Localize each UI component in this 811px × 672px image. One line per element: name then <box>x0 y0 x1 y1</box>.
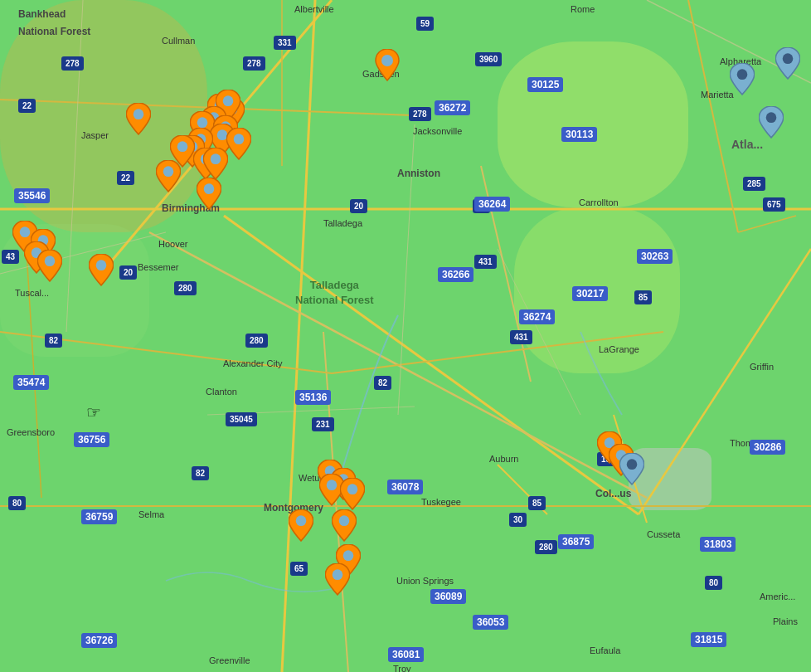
hwy-280-1: 280 <box>174 281 197 295</box>
marker-col-3[interactable] <box>619 453 644 489</box>
svg-point-42 <box>737 69 748 80</box>
hwy-278-m: 278 <box>243 56 265 71</box>
zip-31803: 31803 <box>700 537 736 552</box>
zip-31815: 31815 <box>691 632 726 647</box>
hwy-82-3: 82 <box>374 376 391 390</box>
marker-bhm-15[interactable] <box>126 103 151 139</box>
zip-35136: 35136 <box>295 390 331 405</box>
hwy-80-3: 80 <box>705 576 722 590</box>
svg-point-41 <box>783 53 794 64</box>
zip-36759: 36759 <box>81 509 117 524</box>
hwy-59: 59 <box>416 17 434 31</box>
svg-point-51 <box>327 480 338 490</box>
svg-point-35 <box>177 141 188 152</box>
terrain-region-ne <box>498 41 688 207</box>
hwy-331: 331 <box>274 36 296 50</box>
marker-atl-3[interactable] <box>759 106 784 143</box>
map-container[interactable]: Bankhead National Forest Cullman Albertv… <box>0 0 811 672</box>
zip-36726: 36726 <box>81 633 117 648</box>
zip-30286: 30286 <box>750 440 785 455</box>
marker-tusc-4[interactable] <box>37 250 62 286</box>
svg-point-55 <box>343 550 354 561</box>
svg-point-47 <box>45 256 56 266</box>
hwy-85-2: 85 <box>528 496 546 510</box>
zip-36264: 36264 <box>474 197 510 212</box>
marker-bhm-14[interactable] <box>156 160 181 197</box>
zip-36089: 36089 <box>430 589 466 604</box>
marker-mont-6[interactable] <box>332 509 357 546</box>
svg-point-27 <box>223 95 234 106</box>
zip-36272: 36272 <box>435 100 470 115</box>
svg-point-48 <box>96 260 107 270</box>
zip-30113: 30113 <box>561 127 597 142</box>
svg-point-56 <box>333 569 343 580</box>
hwy-20-w: 20 <box>119 265 137 280</box>
marker-bhm-16[interactable] <box>197 178 221 214</box>
svg-point-53 <box>296 515 307 526</box>
zip-30217: 30217 <box>572 286 608 301</box>
marker-atl-2[interactable] <box>730 63 755 100</box>
hwy-20-m: 20 <box>350 199 367 213</box>
zip-36274: 36274 <box>519 309 555 324</box>
hwy-285: 285 <box>743 177 765 191</box>
svg-point-52 <box>347 484 358 494</box>
hwy-35045: 35045 <box>226 412 257 426</box>
svg-point-40 <box>204 183 215 194</box>
zip-35474: 35474 <box>13 375 49 390</box>
hwy-22-e: 22 <box>117 171 134 185</box>
hwy-22-w: 22 <box>18 99 36 113</box>
hwy-82-1: 82 <box>45 334 62 348</box>
hwy-85-1: 85 <box>634 290 652 304</box>
marker-tusc-5[interactable] <box>89 254 114 290</box>
marker-mont-5[interactable] <box>289 509 313 546</box>
hwy-231: 231 <box>312 417 334 431</box>
svg-point-39 <box>134 109 144 119</box>
svg-point-59 <box>627 459 638 470</box>
svg-point-33 <box>234 134 245 144</box>
hwy-3960: 3960 <box>475 52 502 66</box>
zip-36053: 36053 <box>473 615 508 630</box>
svg-point-38 <box>163 166 174 177</box>
zip-30263: 30263 <box>637 249 673 264</box>
svg-point-44 <box>20 226 31 237</box>
marker-bhm-9[interactable] <box>226 128 251 164</box>
marker-gadsden[interactable] <box>375 49 400 85</box>
hwy-80-1: 80 <box>8 496 26 510</box>
hwy-431-1: 431 <box>474 255 497 269</box>
hwy-280-2: 280 <box>245 334 268 348</box>
hwy-65: 65 <box>290 562 308 576</box>
svg-point-29 <box>197 117 208 128</box>
zip-36078: 36078 <box>387 480 423 494</box>
zip-35546: 35546 <box>14 188 50 203</box>
zip-36756: 36756 <box>74 432 109 447</box>
hwy-278-w: 278 <box>61 56 84 71</box>
zip-36875: 36875 <box>558 534 594 549</box>
zip-36266: 36266 <box>438 267 473 282</box>
svg-point-24 <box>381 55 393 66</box>
marker-atl-1[interactable] <box>775 47 800 84</box>
svg-point-37 <box>211 153 221 164</box>
zip-30125: 30125 <box>527 77 563 92</box>
hwy-278-e: 278 <box>409 107 431 121</box>
svg-point-43 <box>766 112 777 123</box>
marker-mont-8[interactable] <box>325 563 350 600</box>
hwy-675: 675 <box>763 197 785 212</box>
hwy-280-3: 280 <box>535 540 557 554</box>
hwy-431-2: 431 <box>510 330 532 344</box>
zip-36081: 36081 <box>388 647 424 662</box>
svg-point-54 <box>339 515 350 526</box>
hwy-82-2: 82 <box>192 466 209 480</box>
hwy-30: 30 <box>509 513 527 527</box>
